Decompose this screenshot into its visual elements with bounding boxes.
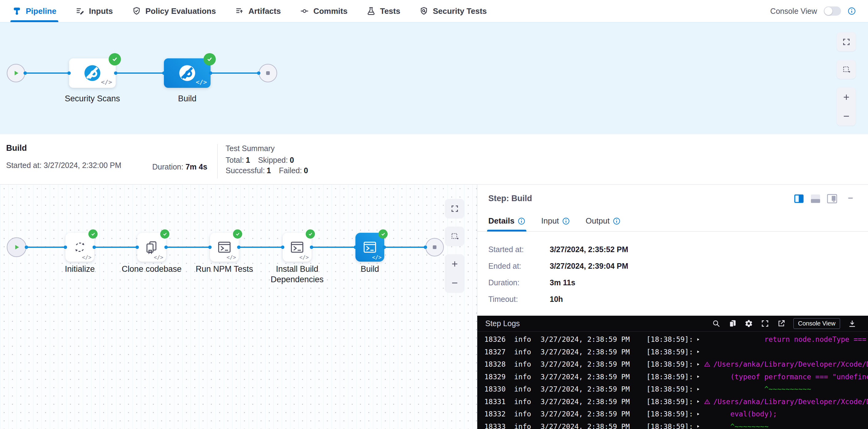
tab-commits[interactable]: Commits [300, 0, 347, 22]
log-line-number: 18328 [484, 360, 507, 368]
divider [217, 144, 218, 178]
port [281, 246, 284, 249]
stage-title: Build [6, 144, 152, 153]
stage-node-build[interactable]: </> [164, 58, 211, 88]
commits-icon [300, 6, 309, 16]
layout-left-button[interactable] [794, 194, 804, 203]
stage-label: Security Scans [46, 94, 138, 103]
console-view-toggle[interactable] [824, 6, 841, 16]
log-row[interactable]: 18328 info 3/27/2024, 2:38:59 PM [18:38:… [477, 358, 868, 371]
log-row[interactable]: 18327 info 3/27/2024, 2:38:59 PM [18:38:… [477, 346, 868, 358]
check-icon [91, 232, 96, 237]
log-date: 3/27/2024, 2:38:59 PM [540, 410, 646, 418]
tab-policy-evaluations[interactable]: Policy Evaluations [132, 0, 216, 22]
tab-inputs[interactable]: Inputs [75, 0, 113, 22]
log-row[interactable]: 18332 info 3/27/2024, 2:38:59 PM [18:38:… [477, 408, 868, 420]
zoom-out-button[interactable] [445, 273, 464, 292]
caret-right-icon[interactable] [696, 424, 704, 428]
port [25, 246, 28, 249]
log-row[interactable]: 18333 info 3/27/2024, 2:38:59 PM [18:38:… [477, 420, 868, 429]
search-button[interactable] [712, 319, 720, 328]
fullscreen-icon [451, 205, 459, 213]
tab-security-tests[interactable]: Security Tests [419, 0, 487, 22]
terminal-icon [361, 239, 378, 256]
caret-right-icon[interactable] [696, 362, 704, 366]
caret-right-icon[interactable] [696, 412, 704, 416]
success-badge [378, 229, 388, 239]
fullscreen-button[interactable] [445, 199, 464, 218]
nav-tabs: Pipeline Inputs Policy Evaluations Artif… [12, 0, 506, 22]
success-badge [160, 229, 169, 239]
warning-icon [704, 424, 713, 429]
step-canvas-controls [445, 199, 464, 292]
marquee-select-button[interactable] [837, 60, 856, 79]
caret-right-icon[interactable] [696, 337, 704, 341]
info-icon[interactable] [848, 7, 856, 15]
step-node-run-npm-tests[interactable]: </> [210, 233, 239, 262]
external-link-button[interactable] [777, 319, 785, 328]
step-node-install-build-dependencies[interactable]: </> [283, 233, 312, 262]
caret-right-icon[interactable] [696, 375, 704, 379]
zoom-out-button[interactable] [837, 106, 856, 126]
end-node [259, 64, 277, 82]
clone-icon [143, 239, 160, 256]
log-row[interactable]: 18326 info 3/27/2024, 2:38:59 PM [18:38:… [477, 333, 868, 346]
log-time: [18:38:59]: [646, 398, 693, 406]
expand-button[interactable] [761, 319, 769, 328]
detail-label: Started at: [488, 245, 550, 254]
detail-value: 3m 11s [550, 278, 857, 287]
layout-right-button[interactable] [827, 194, 837, 203]
log-message: /Users/anka/Library/Developer/Xcode/De [713, 360, 868, 368]
caret-right-icon[interactable] [696, 400, 704, 403]
edge [384, 247, 425, 248]
stage-node-security-scans[interactable]: </> [69, 58, 116, 88]
step-logs-panel: Step Logs Console View 18326 info 3/27/2… [477, 316, 868, 429]
log-date: 3/27/2024, 2:38:59 PM [540, 373, 646, 381]
log-row[interactable]: 18330 info 3/27/2024, 2:38:59 PM [18:38:… [477, 383, 868, 396]
top-nav: Pipeline Inputs Policy Evaluations Artif… [0, 0, 868, 23]
marquee-select-icon [451, 232, 459, 240]
log-row[interactable]: 18329 info 3/27/2024, 2:38:59 PM [18:38:… [477, 371, 868, 383]
zoom-in-button[interactable] [837, 88, 856, 106]
step-node-clone-codebase[interactable]: </> [137, 233, 166, 262]
download-button[interactable] [848, 319, 856, 328]
success-badge [306, 229, 315, 239]
warning-icon [704, 399, 713, 405]
tab-pipeline[interactable]: Pipeline [12, 0, 57, 22]
log-level: info [514, 423, 533, 429]
log-level: info [514, 373, 533, 381]
start-node [7, 237, 26, 257]
port [93, 246, 96, 249]
caret-right-icon[interactable] [696, 350, 704, 354]
tab-output[interactable]: Output [586, 216, 620, 231]
zoom-in-button[interactable] [445, 254, 464, 273]
tab-artifacts[interactable]: Artifacts [235, 0, 281, 22]
minimize-icon [846, 194, 855, 202]
copy-icon [728, 319, 737, 328]
download-icon [848, 319, 856, 328]
tab-tests[interactable]: Tests [367, 0, 400, 22]
settings-button[interactable] [745, 319, 753, 328]
layout-bottom-icon [810, 194, 821, 203]
layout-bottom-button[interactable] [810, 194, 821, 203]
tab-details[interactable]: Details [488, 216, 525, 231]
copy-button[interactable] [728, 319, 737, 328]
step-node-initialize[interactable]: </> [65, 233, 94, 262]
port [67, 71, 71, 75]
minimize-button[interactable] [845, 194, 856, 203]
tab-input[interactable]: Input [541, 216, 570, 231]
fullscreen-button[interactable] [837, 32, 856, 51]
log-row[interactable]: 18331 info 3/27/2024, 2:38:59 PM [18:38:… [477, 396, 868, 408]
caret-right-icon[interactable] [696, 387, 704, 391]
edge [94, 247, 137, 248]
step-label: Install Build Dependencies [257, 264, 337, 285]
build-summary: Build Started at: 3/27/2024, 2:32:00 PM … [0, 134, 868, 185]
step-node-build[interactable]: </> [355, 233, 384, 262]
marquee-select-button[interactable] [445, 226, 464, 246]
check-icon [206, 56, 213, 63]
log-message: /Users/anka/Library/Developer/Xcode/De [713, 398, 868, 406]
console-view-button[interactable]: Console View [794, 318, 840, 329]
start-node [7, 64, 25, 82]
toggle-knob [825, 7, 832, 15]
play-icon [12, 243, 21, 251]
